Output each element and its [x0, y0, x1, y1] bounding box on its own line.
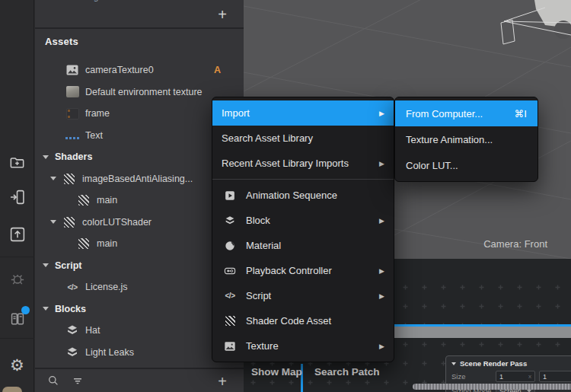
section-label: Blocks: [55, 304, 86, 314]
srp-size-input[interactable]: 1: [539, 371, 571, 382]
menu-item-label: Animation Sequence: [246, 190, 337, 201]
text-asset-icon: [65, 129, 79, 141]
asset-badge: A: [214, 65, 221, 75]
shader-icon: [64, 217, 75, 228]
assets-panel-title: Assets: [45, 36, 78, 47]
assets-context-menu: Import▶Search Asset LibraryRecent Asset …: [212, 97, 394, 362]
srp-row-label: Size: [451, 372, 496, 381]
import-submenu: From Computer...⌘ITexture Animation...Co…: [394, 97, 538, 182]
add-scene-object-button[interactable]: +: [218, 7, 227, 22]
menu-item-block[interactable]: Block▶: [212, 208, 394, 233]
scene-item-partial: Light: [87, 0, 106, 2]
srp-row-size: Size1x1: [446, 369, 571, 384]
menu-item-shader-code-asset[interactable]: Shader Code Asset: [212, 308, 394, 333]
menu-item-label: Search Asset Library: [222, 132, 313, 144]
collapse-caret-icon[interactable]: [451, 362, 456, 365]
submenu-item-label: Color LUT...: [406, 160, 458, 171]
submenu-item-color-lut[interactable]: Color LUT...: [395, 152, 538, 178]
keyboard-shortcut: ⌘I: [515, 108, 527, 120]
folder-plus-icon: [8, 153, 27, 171]
show-map-button[interactable]: Show Map: [251, 366, 302, 378]
shader-icon: [225, 316, 235, 326]
menu-item-import[interactable]: Import▶: [212, 100, 394, 126]
filter-icon[interactable]: [70, 373, 85, 388]
submenu-arrow-icon: ▶: [379, 343, 384, 350]
camera-label: Camera: Front: [483, 238, 547, 250]
notification-dot: [21, 306, 30, 314]
asset-label: Text: [85, 130, 103, 141]
submenu-arrow-icon: ▶: [379, 267, 384, 275]
submenu-item-label: Texture Animation...: [406, 134, 493, 145]
menu-item-texture[interactable]: Texture▶: [212, 333, 394, 359]
sidebar-button-publish[interactable]: [8, 225, 27, 244]
block-icon: [65, 346, 79, 359]
menu-item-recent-asset-library-imports[interactable]: Recent Asset Library Imports▶: [212, 151, 394, 176]
menu-item-label: Recent Asset Library Imports: [222, 158, 349, 169]
menu-item-playback-controller[interactable]: Playback Controller▶: [212, 258, 394, 283]
asset-item-cameratexture0[interactable]: cameraTexture0A: [35, 59, 244, 81]
asset-label: main: [97, 238, 117, 249]
publish-icon: [8, 225, 27, 244]
shader-icon: [78, 238, 89, 249]
section-label: Shaders: [55, 151, 92, 162]
playback-controller-icon: [224, 265, 236, 277]
caret-down-icon[interactable]: [43, 155, 49, 159]
sidebar-button-bug[interactable]: [8, 269, 27, 288]
search-icon[interactable]: [46, 373, 61, 388]
block-icon: [224, 215, 236, 227]
menu-item-label: Material: [246, 240, 281, 251]
app-toolbar: ⚙: [0, 0, 34, 392]
horizontal-scrollbar[interactable]: [413, 384, 571, 390]
asset-label: imageBasedAntiAliasing...: [82, 174, 193, 184]
menu-item-material[interactable]: Material: [212, 233, 394, 258]
srp-size-input[interactable]: 1x: [496, 371, 535, 382]
submenu-arrow-icon: ▶: [379, 292, 384, 300]
menu-item-script[interactable]: </>Script▶: [212, 283, 394, 308]
block-icon: [65, 323, 79, 337]
search-patch-button[interactable]: Search Patch: [314, 366, 380, 378]
scene-render-pass-header[interactable]: Scene Render Pass: [446, 356, 571, 369]
menu-item-search-asset-library[interactable]: Search Asset Library: [212, 126, 394, 151]
asset-label: cameraTexture0: [85, 65, 154, 75]
sidebar-button-docs[interactable]: [8, 309, 27, 328]
menu-item-label: Shader Code Asset: [246, 315, 331, 327]
asset-label: Hat: [85, 325, 100, 336]
caret-down-icon[interactable]: [43, 263, 49, 267]
add-asset-button[interactable]: +: [218, 374, 227, 389]
submenu-item-label: From Computer...: [406, 108, 483, 120]
submenu-item-texture-animation[interactable]: Texture Animation...: [395, 126, 538, 152]
bug-icon: [8, 269, 27, 288]
sidebar-button-gear[interactable]: ⚙: [8, 356, 27, 375]
shader-icon: [64, 174, 75, 184]
code-icon: </>: [68, 283, 78, 292]
chevron-down-icon: [527, 390, 531, 392]
caret-down-icon[interactable]: [43, 307, 49, 311]
menu-item-label: Import: [222, 107, 250, 119]
asset-label: Light Leaks: [85, 347, 134, 358]
asset-label: frame: [85, 108, 110, 119]
scene-panel-stub: Light +: [35, 0, 244, 29]
submenu-arrow-icon: ▶: [379, 110, 384, 117]
texture-icon: [65, 63, 79, 77]
menu-item-animation-sequence[interactable]: Animation Sequence: [212, 183, 394, 208]
asset-label: License.js: [85, 282, 128, 292]
frame-thumbnail: [66, 108, 79, 120]
sidebar-button-folder-plus[interactable]: [8, 152, 27, 171]
environment-texture-thumbnail: [66, 86, 79, 97]
section-label: Script: [55, 260, 81, 271]
sidebar-button-send-to-device[interactable]: [8, 187, 27, 206]
caret-down-icon[interactable]: [50, 177, 56, 180]
submenu-item-from-computer[interactable]: From Computer...⌘I: [395, 100, 538, 126]
submenu-arrow-icon: ▶: [379, 217, 384, 225]
material-icon: [224, 240, 236, 252]
gear-icon: ⚙: [10, 358, 24, 374]
asset-label: main: [97, 195, 117, 206]
assets-footer-bar: +: [35, 368, 244, 392]
send-to-device-icon: [8, 188, 27, 206]
scene-render-pass-title: Scene Render Pass: [460, 359, 527, 368]
texture-icon: [224, 340, 236, 352]
asset-label: colorLUTShader: [82, 217, 152, 228]
menu-item-label: Playback Controller: [246, 265, 332, 276]
menu-item-label: Block: [246, 215, 270, 226]
caret-down-icon[interactable]: [50, 220, 56, 224]
